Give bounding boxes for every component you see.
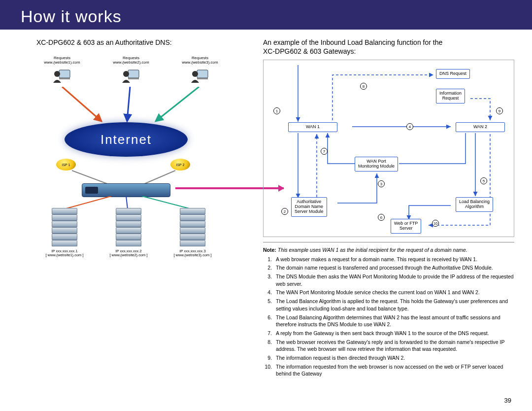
box-label: WAN 1 — [306, 124, 320, 129]
notes-section: Note: This example uses WAN 1 as the ini… — [263, 242, 514, 377]
step-item: 9.The information request is then direct… — [263, 354, 514, 362]
note-label: Note: — [263, 247, 276, 253]
server-group-3: IP xxx.xxx.xxx.3 [ www.(website3).com ] — [166, 208, 220, 258]
box-label-line: Load Balancing — [459, 199, 490, 204]
box-label-line: Algorithm — [465, 204, 484, 209]
step-text: The Load Balancing Algorithm determines … — [276, 314, 514, 328]
request-group-2: Requests www.(website2).com — [97, 56, 166, 87]
step-circle-2: 2 — [281, 208, 288, 215]
box-label-line: Authoritative — [297, 199, 321, 204]
step-circle-10: 10 — [432, 220, 439, 227]
box-label-line: Information — [439, 91, 462, 96]
box-information-request: Information Request — [436, 89, 465, 103]
svg-rect-0 — [59, 70, 70, 78]
step-text: The web browser receives the Gateway's r… — [276, 339, 514, 353]
box-dns-request: DNS Request — [436, 69, 470, 79]
step-item: 1.A web browser makes a request for a do… — [263, 256, 514, 263]
flow-diagram: DNS Request Information Request WAN 1 WA… — [263, 60, 514, 237]
step-item: 3.The DNS Module then asks the WAN Port … — [263, 273, 514, 287]
step-number: 8. — [263, 339, 272, 353]
step-circle-4: 4 — [406, 123, 413, 130]
step-number: 2. — [263, 264, 272, 272]
step-text: The domain name request is transferred a… — [276, 264, 514, 272]
isp-1-label: ISP 1 — [62, 163, 70, 167]
box-label-line: Server — [399, 226, 413, 231]
step-number: 5. — [263, 298, 272, 312]
step-circle-6: 6 — [378, 214, 385, 221]
step-item: 8.The web browser receives the Gateway's… — [263, 339, 514, 353]
user-icon — [97, 69, 166, 87]
step-item: 2.The domain name request is transferred… — [263, 264, 514, 272]
internet-label: Internet — [100, 132, 152, 147]
server-group-1: IP xxx.xxx.xxx.1 [ www.(website1).com ] — [37, 208, 92, 258]
user-icon — [166, 69, 234, 87]
step-circle-9: 9 — [496, 107, 503, 114]
step-item: 10.The information requested from the we… — [263, 363, 514, 377]
svg-line-15 — [126, 196, 128, 209]
request-url: www.(website1).com — [28, 61, 97, 65]
user-to-internet-arrows — [13, 87, 239, 126]
request-group-3: Requests www.(website3).com — [166, 56, 234, 87]
step-number: 1. — [263, 256, 272, 263]
svg-line-14 — [65, 196, 111, 209]
request-group-1: Requests www.(website1).com — [28, 56, 97, 87]
server-site: [ www.(website2).com ] — [101, 253, 156, 257]
step-circle-8: 8 — [360, 83, 367, 90]
isp-2-label: ISP 2 — [176, 163, 185, 167]
request-url: www.(website3).com — [166, 61, 234, 65]
box-auth-dns-module: Authoritative Domain Name Server Module — [291, 197, 327, 217]
box-label-line: Domain Name — [295, 204, 324, 209]
svg-rect-3 — [128, 70, 139, 78]
step-circle-5: 5 — [480, 177, 487, 184]
box-web-ftp-server: Web or FTP Server — [391, 219, 421, 234]
server-icon — [52, 208, 77, 247]
step-text: A web browser makes a request for a doma… — [276, 256, 514, 263]
step-text: The information requested from the web b… — [276, 363, 514, 377]
internet-cloud: Internet — [65, 122, 188, 157]
step-number: 4. — [263, 289, 272, 296]
gateway-device — [82, 183, 170, 197]
step-text: The DNS Module then asks the WAN Port Mo… — [276, 273, 514, 287]
svg-rect-4 — [128, 78, 139, 79]
user-icon — [28, 69, 97, 87]
box-label-line: Server Module — [295, 209, 324, 214]
svg-line-9 — [62, 87, 101, 121]
note-text: This example uses WAN 1 as the initial r… — [278, 247, 467, 253]
box-label: WAN 2 — [473, 124, 487, 129]
step-text: The WAN Port Monitoring Module service c… — [276, 289, 514, 296]
box-label-line: Web or FTP — [394, 221, 418, 226]
box-load-balancing-algorithm: Load Balancing Algorithm — [456, 197, 493, 212]
left-section-title: XC-DPG602 & 603 as an Authoritative DNS: — [13, 38, 254, 46]
step-circle-1: 1 — [273, 107, 280, 114]
svg-rect-1 — [59, 78, 70, 79]
step-circle-7: 7 — [321, 148, 328, 155]
dns-diagram-section: XC-DPG602 & 603 as an Authoritative DNS:… — [13, 38, 254, 379]
step-item: 6.The Load Balancing Algorithm determine… — [263, 314, 514, 328]
right-title-line-2: XC-DPG602 & 603 Gateways: — [263, 47, 356, 55]
flow-section: An example of the Inbound Load Balancing… — [263, 38, 514, 379]
svg-line-16 — [142, 196, 191, 209]
step-number: 3. — [263, 273, 272, 287]
step-item: 7.A reply from the Gateway is then sent … — [263, 330, 514, 337]
step-number: 10. — [263, 363, 272, 377]
page-title: How it works — [21, 7, 122, 26]
box-wan-1: WAN 1 — [288, 122, 337, 132]
server-group-2: IP xxx.xxx.xxx.2 [ www.(website2).com ] — [101, 208, 156, 258]
steps-list: 1.A web browser makes a request for a do… — [263, 256, 514, 377]
svg-point-5 — [123, 71, 129, 77]
svg-line-10 — [127, 87, 130, 121]
box-label-line: Monitoring Module — [358, 164, 395, 169]
svg-line-11 — [156, 87, 199, 121]
box-label-line: Request — [442, 96, 459, 101]
note-line: Note: This example uses WAN 1 as the ini… — [263, 246, 514, 254]
step-item: 4.The WAN Port Monitoring Module service… — [263, 289, 514, 296]
svg-rect-6 — [197, 70, 208, 78]
box-wan-port-monitoring: WAN Port Monitoring Module — [355, 157, 398, 171]
right-title-line-1: An example of the Inbound Load Balancing… — [263, 38, 442, 46]
dns-diagram: Requests www.(website1).com Requests www… — [13, 56, 254, 293]
server-icon — [116, 208, 141, 247]
svg-point-8 — [192, 71, 198, 77]
box-wan-2: WAN 2 — [456, 122, 505, 132]
step-text: The Load Balance Algorithm is applied to… — [276, 298, 514, 312]
page-number: 39 — [504, 397, 511, 404]
